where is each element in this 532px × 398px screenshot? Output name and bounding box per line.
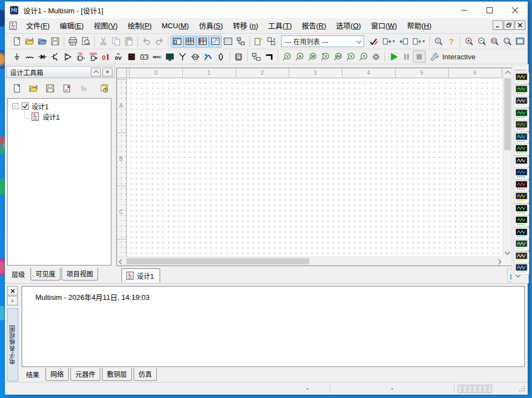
undo-button[interactable]	[140, 35, 153, 48]
menu-simulate[interactable]: 仿真(S)	[194, 19, 228, 33]
place-rf-button[interactable]	[176, 50, 189, 63]
dropdown-arrow-icon[interactable]: ▾	[392, 39, 395, 44]
probe-digital-button[interactable]: t	[357, 50, 370, 63]
vertical-scroll-thumb[interactable]	[504, 78, 511, 150]
tree-node-sheet[interactable]: 设计1	[24, 111, 111, 121]
probe-voltage-current-button[interactable]: AV	[331, 50, 344, 63]
print-preview-button[interactable]	[79, 35, 92, 48]
tree-node-root[interactable]: − 设计1	[8, 101, 111, 111]
agilent-oscilloscope-instrument-button[interactable]	[514, 263, 529, 275]
mdi-minimize-button[interactable]	[493, 21, 503, 30]
close-button[interactable]	[502, 2, 528, 18]
zoom-area-button[interactable]	[488, 35, 501, 48]
toggle-hierarchy-button[interactable]	[234, 35, 247, 48]
forward-annotate-button[interactable]: ▾	[410, 35, 427, 48]
place-diode-button[interactable]	[36, 50, 49, 63]
panel-collapse-button[interactable]	[91, 68, 101, 76]
minimize-button[interactable]	[451, 2, 477, 18]
interactive-simulation-mode-button[interactable]: Interactive	[426, 50, 480, 63]
text-disabled-button[interactable]: Te	[77, 82, 90, 94]
spreadsheet-tab-simulation[interactable]: 仿真	[134, 368, 157, 381]
zoom-fullscreen-button[interactable]	[514, 35, 526, 48]
renumber-components-button[interactable]	[265, 35, 278, 48]
redo-button[interactable]	[153, 35, 166, 48]
open-button[interactable]	[23, 35, 36, 48]
tree-expander-icon[interactable]: −	[12, 103, 18, 109]
toggle-database-view-button[interactable]	[196, 35, 209, 48]
run-button[interactable]	[387, 50, 400, 63]
zoom-out-button[interactable]	[475, 35, 488, 48]
toolbox-tab-hierarchy[interactable]: 层级	[7, 268, 29, 280]
maximize-button[interactable]	[477, 2, 502, 18]
menu-reports[interactable]: 报告(R)	[297, 19, 331, 33]
tree-sheet-label[interactable]: 设计1	[43, 112, 60, 121]
dropdown-arrow-icon[interactable]: ▾	[422, 39, 424, 44]
tree-root-label[interactable]: 设计1	[32, 101, 49, 111]
new-design-button[interactable]	[11, 82, 23, 94]
place-basic-button[interactable]	[23, 50, 36, 63]
place-transistor-button[interactable]	[49, 50, 62, 63]
place-analog-button[interactable]	[62, 50, 74, 63]
function-generator-instrument-button[interactable]	[514, 84, 529, 96]
in-use-list-dropdown[interactable]: --- 在用列表 ---	[281, 35, 364, 47]
spreadsheet-results-area[interactable]: Multisim - 2026年4月11日, 14:19:03	[22, 286, 525, 367]
menu-view[interactable]: 视图(V)	[89, 19, 122, 33]
place-indicator-button[interactable]	[125, 50, 138, 63]
resize-grip[interactable]	[519, 385, 525, 392]
component-wizard-button[interactable]	[252, 35, 265, 48]
document-system-menu-icon[interactable]	[8, 21, 18, 30]
place-hierarchical-block-button[interactable]	[250, 50, 263, 63]
place-ttl-button[interactable]: TTL	[74, 50, 87, 63]
wattmeter-instrument-button[interactable]	[514, 96, 529, 108]
toggle-breadboard-button[interactable]	[222, 35, 234, 48]
place-mcu-button[interactable]	[232, 50, 245, 63]
network-analyzer-instrument-button[interactable]	[514, 227, 529, 239]
erc-check-button[interactable]	[367, 35, 380, 48]
spectrum-analyzer-instrument-button[interactable]	[514, 215, 529, 227]
place-ni-component-button[interactable]	[202, 50, 214, 63]
menu-place[interactable]: 绘制(P)	[122, 19, 156, 33]
scroll-right-arrow[interactable]	[494, 257, 503, 266]
vertical-scrollbar[interactable]	[503, 68, 511, 257]
toggle-spreadsheet-view-button[interactable]	[183, 35, 196, 48]
menu-edit[interactable]: 编辑(E)	[55, 19, 89, 33]
toolbox-tab-visibility[interactable]: 可见度	[30, 268, 60, 280]
zoom-fit-button[interactable]	[501, 35, 514, 48]
help-button[interactable]: ?	[445, 35, 458, 48]
place-power-button[interactable]	[138, 50, 151, 63]
logic-converter-instrument-button[interactable]	[514, 180, 529, 192]
oscilloscope-instrument-button[interactable]	[514, 108, 529, 120]
stop-button[interactable]	[413, 50, 426, 63]
revision-control-button[interactable]	[98, 82, 110, 94]
probe-settings-button[interactable]	[370, 50, 382, 63]
panel-close-button[interactable]: ✕	[103, 68, 112, 76]
probe-current-button[interactable]: A	[293, 50, 306, 63]
place-advanced-peripherals-button[interactable]	[163, 50, 176, 63]
tree-checkbox[interactable]	[22, 103, 29, 110]
document-tab-design1[interactable]: 设计1	[121, 268, 160, 282]
find-button[interactable]: ?	[432, 35, 445, 48]
horizontal-scrollbar[interactable]	[117, 257, 503, 266]
place-bus-button[interactable]	[263, 50, 275, 63]
logic-analyzer-instrument-button[interactable]	[514, 167, 529, 180]
place-misc-button[interactable]: MISC	[151, 50, 163, 63]
frequency-counter-instrument-button[interactable]	[514, 144, 529, 156]
place-source-button[interactable]	[11, 50, 23, 63]
place-electromechanical-button[interactable]: M	[189, 50, 202, 63]
iv-analyzer-instrument-button[interactable]	[514, 191, 529, 203]
spreadsheet-tab-copper-layers[interactable]: 敷铜层	[102, 368, 132, 381]
place-cmos-button[interactable]: CMOS	[87, 50, 100, 63]
menu-transfer[interactable]: 转移 (n)	[228, 19, 263, 33]
menu-help[interactable]: 帮助(H)	[402, 19, 436, 33]
save-design-button[interactable]	[44, 82, 57, 94]
new-button[interactable]	[11, 35, 23, 48]
save-button[interactable]	[49, 35, 62, 48]
probe-voltage-reference-button[interactable]: V-	[344, 50, 357, 63]
paste-button[interactable]	[122, 35, 135, 48]
distortion-analyzer-instrument-button[interactable]	[514, 203, 529, 216]
word-generator-instrument-button[interactable]	[514, 156, 529, 168]
mdi-restore-button[interactable]	[504, 21, 514, 30]
horizontal-scroll-thumb[interactable]	[126, 258, 309, 264]
place-mixed-button[interactable]: 0V	[112, 50, 125, 63]
spreadsheet-tab-results[interactable]: 结果	[22, 368, 44, 381]
